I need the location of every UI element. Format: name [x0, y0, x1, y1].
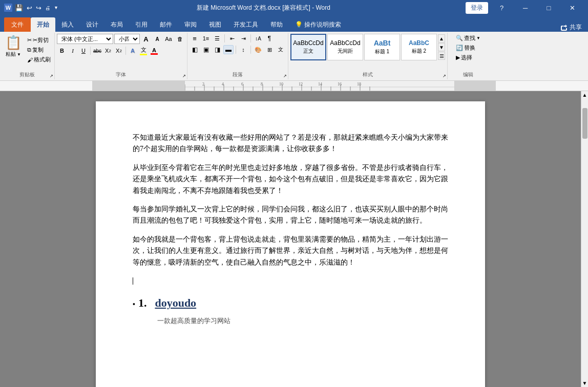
tab-insert[interactable]: 插入: [55, 17, 80, 32]
save-quick-btn[interactable]: 💾: [14, 4, 24, 12]
clipboard-expand-icon[interactable]: ↗: [50, 74, 53, 78]
minimize-btn[interactable]: ─: [514, 0, 537, 15]
tab-design[interactable]: 设计: [80, 17, 104, 32]
bullets-button[interactable]: ≡: [190, 34, 200, 43]
scroll-up-arrow[interactable]: ▲: [582, 92, 587, 98]
strikethrough-button[interactable]: abc: [92, 46, 102, 55]
replace-button[interactable]: 🔄 替换: [454, 44, 482, 52]
font-color-button[interactable]: A: [149, 46, 159, 55]
tab-home[interactable]: 开始: [31, 17, 55, 32]
print-quick-btn[interactable]: 🖨: [44, 5, 51, 11]
paragraph-1: 不知道最近大家最近有没有收藏一些好用的网站了？若是没有，那就赶紧来瞧瞧今天小编为…: [133, 132, 448, 155]
ruler-body[interactable]: 2 4 6 8 10 12 14 16 18: [184, 81, 455, 91]
scroll-thumb[interactable]: [582, 108, 587, 139]
show-marks-button[interactable]: ¶: [264, 34, 275, 43]
find-icon: 🔍: [456, 35, 463, 41]
paragraph-label: 段落: [233, 70, 243, 78]
tab-developer[interactable]: 开发工具: [227, 17, 264, 32]
style-gallery: AaBbCcDd 正文 AaBbCcDd 无间距 AaBt 标题 1 AaBbC…: [290, 34, 445, 69]
vertical-scrollbar[interactable]: ▲ ▼: [581, 91, 588, 387]
editing-controls: 🔍 查找 ▼ 🔄 替换 ▶ 选择: [454, 34, 482, 70]
font-row-1: 宋体 (中文正... 小四 A A Aa 🗑: [57, 34, 185, 44]
paste-label-row: 粘贴 ▼: [6, 51, 21, 58]
divider-3: [224, 34, 225, 42]
style-scroll-up[interactable]: ▲: [438, 34, 445, 42]
subscript-button[interactable]: X2: [103, 46, 113, 55]
styles-group: AaBbCcDd 正文 AaBbCcDd 无间距 AaBt 标题 1 AaBbC…: [288, 33, 448, 79]
styles-expand-icon[interactable]: ↗: [443, 74, 446, 78]
document-scroll-area[interactable]: 不知道最近大家最近有没有收藏一些好用的网站了？若是没有，那就赶紧来瞧瞧今天小编为…: [0, 91, 581, 387]
justify-button[interactable]: ▬: [223, 45, 234, 54]
font-name-select[interactable]: 宋体 (中文正...: [57, 34, 113, 44]
underline-button[interactable]: U: [78, 46, 89, 55]
para-expand-icon[interactable]: ↗: [283, 74, 287, 78]
undo-quick-btn[interactable]: ↩: [26, 4, 33, 12]
divider-5: [236, 46, 236, 54]
share-button[interactable]: 共享: [552, 23, 588, 32]
align-right-button[interactable]: ◨: [212, 45, 222, 54]
font-size-select[interactable]: 小四: [114, 34, 140, 44]
tab-layout[interactable]: 布局: [104, 17, 129, 32]
shading-button[interactable]: 🎨: [253, 45, 263, 54]
svg-text:14: 14: [318, 82, 322, 87]
shrink-font-button[interactable]: A: [152, 34, 162, 44]
bold-button[interactable]: B: [57, 46, 67, 55]
style-heading2[interactable]: AaBbC 标题 2: [401, 34, 437, 60]
format-painter-button[interactable]: 🖌 格式刷: [26, 55, 52, 64]
styles-label: 样式: [363, 70, 373, 78]
paste-button[interactable]: 📋 粘贴 ▼: [2, 34, 25, 59]
tab-view[interactable]: 视图: [203, 17, 227, 32]
sort-button[interactable]: ↕A: [253, 34, 263, 43]
title-bar: W 💾 ↩ ↪ 🖨 ▼ 新建 Microsoft Word 文档.docx [兼…: [0, 0, 588, 15]
share-icon: [560, 24, 568, 31]
border-button[interactable]: ⊞: [264, 45, 275, 54]
redo-quick-btn[interactable]: ↪: [35, 4, 43, 12]
grow-font-button[interactable]: A: [141, 34, 151, 44]
login-button[interactable]: 登录: [466, 2, 488, 14]
multilevel-list-button[interactable]: ☰: [212, 34, 222, 43]
help-btn[interactable]: ?: [490, 0, 513, 15]
tab-references[interactable]: 引用: [129, 17, 154, 32]
find-button[interactable]: 🔍 查找 ▼: [454, 34, 482, 42]
align-center-button[interactable]: ▣: [201, 45, 211, 54]
style-more[interactable]: ☰: [438, 52, 445, 60]
highlight-button[interactable]: 文: [138, 46, 149, 55]
font-expand-icon[interactable]: ↗: [182, 74, 186, 78]
svg-text:2: 2: [202, 82, 204, 87]
select-button[interactable]: ▶ 选择: [454, 53, 482, 62]
line-spacing-button[interactable]: ↕: [238, 45, 248, 54]
tab-help[interactable]: 帮助: [264, 17, 289, 32]
document-page[interactable]: 不知道最近大家最近有没有收藏一些好用的网站了？若是没有，那就赶紧来瞧瞧今天小编为…: [96, 101, 485, 387]
quick-access-more-btn[interactable]: ▼: [53, 5, 59, 10]
style-heading1-label: 标题 1: [375, 48, 389, 55]
search-operations[interactable]: 💡 操作说明搜索: [289, 17, 347, 32]
tab-review[interactable]: 审阅: [178, 17, 203, 32]
font-row-2: B I U abc X2 X2 A 文 A: [57, 46, 185, 55]
heading-link[interactable]: doyoudo: [155, 294, 196, 312]
increase-indent-button[interactable]: ⇥: [238, 34, 248, 43]
decrease-indent-button[interactable]: ⇤: [227, 34, 237, 43]
tab-file[interactable]: 文件: [4, 17, 31, 32]
superscript-button[interactable]: X2: [114, 46, 124, 55]
cut-button[interactable]: ✂ ✂ 剪切: [26, 36, 52, 45]
style-normal[interactable]: AaBbCcDd 正文: [290, 34, 326, 60]
heading-number: 1.: [138, 294, 147, 312]
find-dropdown[interactable]: ▼: [476, 36, 480, 40]
copy-button[interactable]: ⧉ 复制: [26, 46, 52, 54]
change-case-button[interactable]: Aa: [163, 34, 174, 44]
style-heading1[interactable]: AaBt 标题 1: [364, 34, 400, 60]
clear-format-button[interactable]: 🗑: [175, 34, 185, 44]
maximize-btn[interactable]: □: [537, 0, 560, 15]
italic-button[interactable]: I: [68, 46, 78, 55]
close-btn[interactable]: ✕: [561, 0, 584, 15]
ruler-left-margin: [92, 81, 184, 91]
text-effect-button[interactable]: A: [128, 46, 138, 55]
numbering-button[interactable]: 1≡: [201, 34, 211, 43]
style-scroll-down[interactable]: ▼: [438, 43, 445, 51]
style-no-spacing[interactable]: AaBbCcDd 无间距: [327, 34, 363, 60]
align-left-button[interactable]: ◧: [190, 45, 200, 54]
paste-dropdown-arrow[interactable]: ▼: [17, 52, 21, 57]
chinese-layout-button[interactable]: 文: [276, 45, 286, 54]
tab-mailings[interactable]: 邮件: [154, 17, 178, 32]
scroll-down-arrow[interactable]: ▼: [582, 380, 587, 386]
